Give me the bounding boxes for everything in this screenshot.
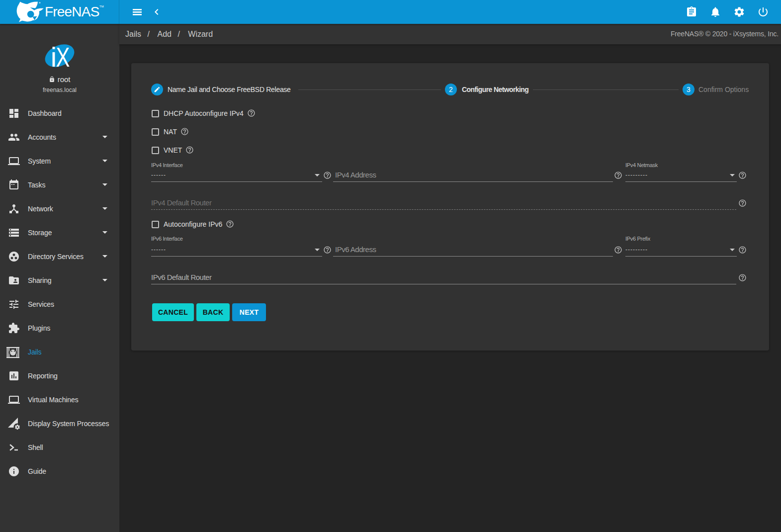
svg-text:FreeNAS: FreeNAS bbox=[45, 4, 99, 19]
svg-text:X: X bbox=[56, 41, 70, 71]
svg-text:TM: TM bbox=[99, 5, 104, 8]
